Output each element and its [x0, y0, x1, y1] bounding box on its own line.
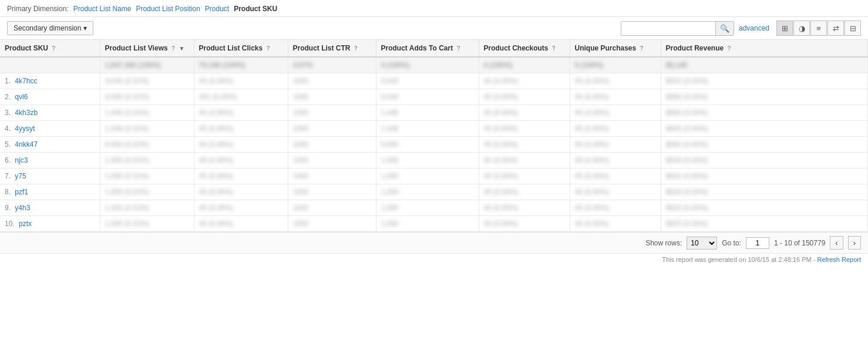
cell-clicks-8: 45 (0.06%) [194, 200, 288, 216]
compare-view-button[interactable]: ⇄ [827, 21, 844, 36]
row-number: 5. [5, 140, 11, 149]
goto-label: Go to: [722, 239, 741, 247]
table-header-row: Product SKU ? Product List Views ? ▼ Pro… [0, 40, 868, 57]
sku-link-8[interactable]: y4h3 [15, 204, 30, 212]
cell-clicks-2: 45 (0.06%) [194, 105, 288, 121]
cell-ctr-1: 1000 [288, 89, 376, 105]
cell-checkouts-1: 45 (0.00%) [479, 89, 570, 105]
summary-product-list-ctr: 4.07% [288, 57, 376, 73]
cell-adds-1: 9,000 [376, 89, 479, 105]
cell-checkouts-6: 45 (0.00%) [479, 169, 570, 184]
help-icon-product-checkouts[interactable]: ? [552, 45, 556, 52]
cell-unique-1: 45 (0.00%) [570, 89, 661, 105]
help-icon-unique-purchases[interactable]: ? [640, 45, 644, 52]
help-icon-product-revenue[interactable]: ? [728, 45, 731, 52]
pagination-footer: Show rows: 10 25 50 100 250 500 Go to: 1… [0, 232, 868, 253]
pivot-view-button[interactable]: ⊟ [845, 21, 861, 36]
row-number: 2. [5, 93, 11, 101]
cell-views-2: 1,446 (0.52%) [100, 105, 194, 121]
cell-ctr-4: 1000 [288, 137, 376, 153]
help-icon-product-sku[interactable]: ? [52, 45, 55, 52]
col-header-product-list-ctr: Product List CTR ? [288, 40, 376, 57]
cell-revenue-8: $825 (0.00%) [661, 200, 868, 216]
pie-view-button[interactable]: ◑ [793, 21, 810, 36]
cell-checkouts-7: 45 (0.00%) [479, 184, 570, 200]
cell-views-7: 1,000 (0.52%) [100, 184, 194, 200]
summary-product-list-views: 1,847,385 (100%) [100, 57, 194, 73]
cell-ctr-0: 1000 [288, 73, 376, 89]
prev-page-button[interactable]: ‹ [830, 236, 843, 250]
help-icon-product-list-views[interactable]: ? [171, 45, 175, 52]
cell-revenue-2: $868 (0.00%) [661, 105, 868, 121]
col-label-product-sku: Product SKU [5, 44, 48, 52]
sku-link-7[interactable]: pzf1 [15, 188, 28, 196]
row-number: 10. [5, 220, 15, 228]
cell-sku-0: 1. 4k7hcc [0, 73, 100, 89]
sku-link-3[interactable]: 4yysyt [15, 124, 35, 133]
dim-link-product-list-position[interactable]: Product List Position [136, 5, 200, 13]
table-row: 8. pzf1 1,000 (0.52%) 45 (0.06%) 1000 1,… [0, 184, 868, 200]
cell-unique-8: 45 (0.00%) [570, 200, 661, 216]
dim-link-product[interactable]: Product [205, 5, 229, 13]
cell-revenue-5: $838 (0.00%) [661, 153, 868, 169]
cell-clicks-9: 45 (0.06%) [194, 216, 288, 232]
sku-link-5[interactable]: njc3 [15, 156, 28, 164]
cell-clicks-6: 45 (0.06%) [194, 169, 288, 184]
cell-adds-9: 1,000 [376, 216, 479, 232]
secondary-dim-label: Secondary dimension [14, 24, 81, 32]
col-header-product-checkouts: Product Checkouts ? [479, 40, 570, 57]
cell-unique-4: 45 (0.00%) [570, 137, 661, 153]
chevron-down-icon: ▾ [83, 24, 87, 32]
toolbar-left: Secondary dimension ▾ [7, 21, 93, 35]
sku-link-4[interactable]: 4nkk47 [15, 140, 38, 149]
cell-unique-0: 45 (0.00%) [570, 73, 661, 89]
col-header-product-revenue: Product Revenue ? [661, 40, 868, 57]
help-icon-product-list-clicks[interactable]: ? [267, 45, 270, 52]
table-row: 4. 4yysyt 1,448 (0.52%) 45 (0.06%) 1000 … [0, 121, 868, 137]
list-view-button[interactable]: ≡ [810, 21, 827, 36]
cell-checkouts-8: 45 (0.00%) [479, 200, 570, 216]
cell-ctr-2: 1000 [288, 105, 376, 121]
help-icon-product-list-ctr[interactable]: ? [354, 45, 358, 52]
table-row: 9. y4h3 1,000 (0.52%) 45 (0.06%) 1000 1,… [0, 200, 868, 216]
col-header-product-list-views: Product List Views ? ▼ [100, 40, 194, 57]
summary-row: 1,847,385 (100%) 75,188 (100%) 4.07% 4 (… [0, 57, 868, 73]
sku-link-6[interactable]: y75 [15, 172, 26, 180]
advanced-link[interactable]: advanced [739, 24, 769, 32]
sku-link-2[interactable]: 4kh3zb [15, 109, 38, 117]
cell-adds-6: 1,000 [376, 169, 479, 184]
row-number: 9. [5, 204, 11, 212]
col-header-product-sku: Product SKU ? [0, 40, 100, 57]
sort-icon-product-list-views[interactable]: ▼ [179, 45, 184, 52]
cell-sku-6: 7. y75 [0, 169, 100, 184]
next-page-button[interactable]: › [848, 236, 861, 250]
col-label-product-list-ctr: Product List CTR [293, 44, 351, 52]
dim-link-product-sku: Product SKU [234, 5, 277, 13]
cell-checkouts-9: 45 (0.00%) [479, 216, 570, 232]
refresh-report-link[interactable]: Refresh Report [817, 256, 861, 263]
col-label-unique-purchases: Unique Purchases [575, 44, 637, 52]
cell-unique-7: 45 (0.00%) [570, 184, 661, 200]
cell-ctr-7: 1000 [288, 184, 376, 200]
search-button[interactable]: 🔍 [715, 22, 734, 35]
sku-link-9[interactable]: pztx [19, 220, 32, 228]
col-header-product-adds-to-cart: Product Adds To Cart ? [376, 40, 479, 57]
search-input[interactable] [621, 22, 715, 35]
cell-revenue-6: $832 (0.00%) [661, 169, 868, 184]
page-range: 1 - 10 of 150779 [774, 239, 825, 247]
sku-link-1[interactable]: qvl6 [15, 93, 28, 101]
sku-link-0[interactable]: 4k7hcc [15, 77, 37, 85]
show-rows-select[interactable]: 10 25 50 100 250 500 [687, 237, 717, 250]
table-view-button[interactable]: ⊞ [776, 21, 793, 36]
goto-input[interactable] [746, 237, 769, 249]
cell-ctr-8: 1000 [288, 200, 376, 216]
dim-link-product-list-name[interactable]: Product List Name [73, 5, 132, 13]
cell-adds-2: 1,446 [376, 105, 479, 121]
table-row: 7. y75 1,000 (0.52%) 45 (0.06%) 1000 1,0… [0, 169, 868, 184]
cell-revenue-9: $820 (0.00%) [661, 216, 868, 232]
secondary-dimension-button[interactable]: Secondary dimension ▾ [7, 21, 93, 35]
table-row: 6. njc3 1,000 (0.52%) 45 (0.06%) 1000 1,… [0, 153, 868, 169]
help-icon-product-adds-to-cart[interactable]: ? [457, 45, 460, 52]
summary-product-list-clicks: 75,188 (100%) [194, 57, 288, 73]
summary-product-checkouts: 4 (100%) [479, 57, 570, 73]
